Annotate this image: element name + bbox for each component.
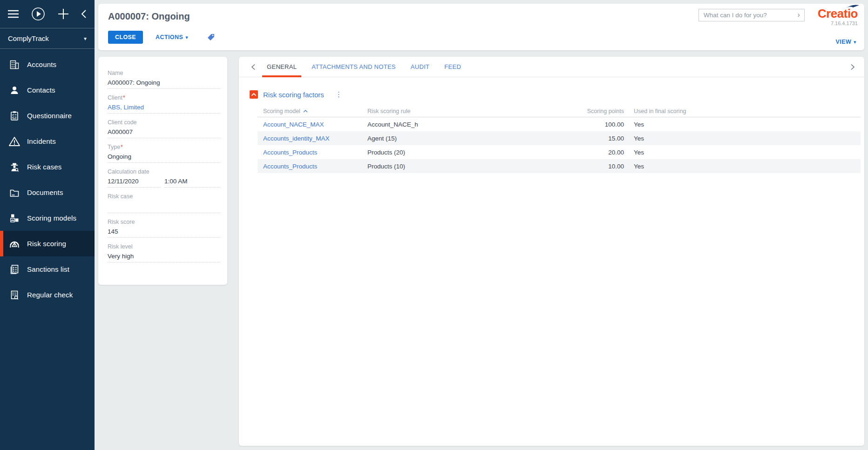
sidebar-item-sanctions-list[interactable]: Sanctions list	[0, 256, 95, 282]
record-tabs-panel: GENERAL ATTACHMENTS AND NOTES AUDIT FEED…	[239, 57, 864, 446]
tab-general[interactable]: GENERAL	[267, 57, 297, 77]
field-risk-case-value[interactable]	[108, 200, 221, 213]
field-risk-score: Risk score 145	[108, 213, 221, 238]
sidebar-item-risk-cases[interactable]: Risk cases	[0, 154, 95, 180]
rule-cell: Account_NACE_h	[362, 121, 520, 128]
field-type-value[interactable]: Ongoing	[108, 151, 221, 163]
used-cell: Yes	[624, 149, 861, 156]
folder-icon	[8, 187, 20, 199]
field-risk-case: Risk case	[108, 188, 221, 213]
calculation-date-value[interactable]: 12/11/2020	[108, 175, 161, 188]
quick-add-button[interactable]	[58, 9, 68, 19]
brand-swoosh-icon	[845, 4, 860, 10]
field-client-code-value[interactable]: A000007	[108, 126, 221, 138]
collapse-sidebar-button[interactable]	[81, 9, 87, 19]
field-label: Risk case	[108, 193, 133, 200]
sidebar-item-label: Accounts	[27, 60, 56, 68]
workplace-selector[interactable]: ComplyTrack ▾	[0, 28, 95, 49]
tab-feed[interactable]: FEED	[444, 57, 461, 77]
column-header-scoring-points[interactable]: Scoring points	[520, 108, 624, 114]
brand-block: Creatio 7.16.4.1731	[818, 7, 858, 26]
caret-down-icon: ▾	[854, 39, 856, 45]
view-button[interactable]: VIEW ▾	[836, 39, 856, 45]
sidebar-item-questionnaire[interactable]: Questionnaire	[0, 103, 95, 128]
hamburger-icon	[8, 10, 19, 18]
chevron-right-icon	[850, 64, 855, 70]
view-label: VIEW	[836, 39, 852, 45]
detail-title[interactable]: Risk scoring factors	[263, 91, 324, 99]
sidebar-item-risk-scoring[interactable]: Risk scoring	[0, 231, 95, 256]
collapse-detail-button[interactable]	[250, 90, 258, 99]
search-input[interactable]	[699, 12, 797, 19]
field-client: Client* ABS, Limited	[108, 89, 221, 114]
scoring-model-link[interactable]: Accounts_Products	[263, 149, 317, 156]
points-cell: 100.00	[520, 121, 624, 128]
sidebar-item-incidents[interactable]: Incidents	[0, 128, 95, 154]
used-cell: Yes	[624, 135, 861, 142]
caret-down-icon: ▾	[185, 34, 188, 40]
calculation-time-value[interactable]: 1:00 AM	[164, 175, 221, 188]
chevron-up-icon	[251, 93, 257, 96]
tab-attachments-and-notes[interactable]: ATTACHMENTS AND NOTES	[312, 57, 396, 77]
contact-icon	[8, 84, 20, 96]
workplace-label: ComplyTrack	[8, 34, 49, 42]
table-row[interactable]: Accounts_Products Products (10) 10.00 Ye…	[258, 159, 861, 173]
ellipsis-vertical-icon: ⋮	[335, 90, 342, 98]
field-calculation-date: Calculation date 12/11/2020 1:00 AM	[108, 163, 221, 188]
field-label: Client	[108, 94, 122, 101]
sidebar-item-label: Risk scoring	[27, 240, 66, 248]
sidebar-item-label: Questionnaire	[27, 112, 72, 120]
detective-icon	[8, 161, 20, 173]
field-label: Name	[108, 70, 123, 76]
tabs-scroll-left-button[interactable]	[250, 63, 257, 71]
field-name-value[interactable]: A000007: Ongoing	[108, 77, 221, 89]
sidebar-item-regular-check[interactable]: Regular check	[0, 282, 95, 308]
sanctions-list-icon	[8, 263, 20, 275]
table-row[interactable]: Accounts_identity_MAX Agent (15) 15.00 Y…	[258, 131, 861, 145]
detail-menu-button[interactable]: ⋮	[335, 91, 342, 98]
sidebar-item-accounts[interactable]: Accounts	[0, 52, 95, 77]
tag-icon	[207, 33, 215, 41]
sidebar-item-documents[interactable]: Documents	[0, 180, 95, 205]
detail-header: Risk scoring factors ⋮	[250, 90, 864, 99]
tab-audit[interactable]: AUDIT	[411, 57, 430, 77]
creatio-logo: Creatio	[818, 7, 858, 20]
tabs-scroll-right-button[interactable]	[849, 63, 856, 71]
sidebar-item-label: Documents	[27, 188, 63, 196]
field-risk-level-value[interactable]: Very high	[108, 250, 221, 262]
search-submit-button[interactable]: ›	[797, 10, 804, 20]
field-client-code: Client code A000007	[108, 114, 221, 138]
version-label: 7.16.4.1731	[818, 20, 858, 26]
play-circle-icon	[31, 7, 45, 21]
main-menu-button[interactable]	[8, 10, 19, 18]
actions-button[interactable]: ACTIONS ▾	[156, 34, 188, 40]
field-type: Type* Ongoing	[108, 138, 221, 163]
clipboard-checklist-icon	[8, 110, 20, 122]
field-risk-level: Risk level Very high	[108, 238, 221, 262]
column-header-used-in-final-scoring[interactable]: Used in final scoring	[624, 108, 861, 114]
table-row[interactable]: Accounts_Products Products (20) 20.00 Ye…	[258, 145, 861, 159]
used-cell: Yes	[624, 163, 861, 170]
field-risk-score-value[interactable]: 145	[108, 226, 221, 238]
scoring-model-link[interactable]: Accounts_identity_MAX	[263, 135, 330, 142]
scoring-models-icon	[8, 212, 20, 224]
warning-triangle-icon	[8, 135, 20, 148]
close-button[interactable]: CLOSE	[108, 31, 143, 44]
sidebar-item-scoring-models[interactable]: Scoring models	[0, 205, 95, 231]
field-name: Name A000007: Ongoing	[108, 64, 221, 89]
sidebar-item-contacts[interactable]: Contacts	[0, 77, 95, 103]
header-actions-row: CLOSE ACTIONS ▾	[108, 31, 215, 44]
column-header-scoring-model[interactable]: Scoring model	[258, 108, 362, 114]
run-process-button[interactable]	[31, 7, 45, 21]
scoring-model-link[interactable]: Accounts_Products	[263, 163, 317, 170]
table-header-row: Scoring model Risk scoring rule Scoring …	[258, 105, 861, 117]
tag-button[interactable]	[207, 33, 215, 41]
field-client-value[interactable]: ABS, Limited	[108, 101, 221, 114]
accounts-icon	[8, 59, 20, 71]
column-header-risk-scoring-rule[interactable]: Risk scoring rule	[362, 108, 520, 114]
column-label: Scoring model	[263, 108, 300, 114]
plus-icon	[58, 9, 68, 19]
rule-cell: Products (20)	[362, 149, 520, 156]
table-row[interactable]: Account_NACE_MAX Account_NACE_h 100.00 Y…	[258, 117, 861, 131]
scoring-model-link[interactable]: Account_NACE_MAX	[263, 121, 324, 128]
